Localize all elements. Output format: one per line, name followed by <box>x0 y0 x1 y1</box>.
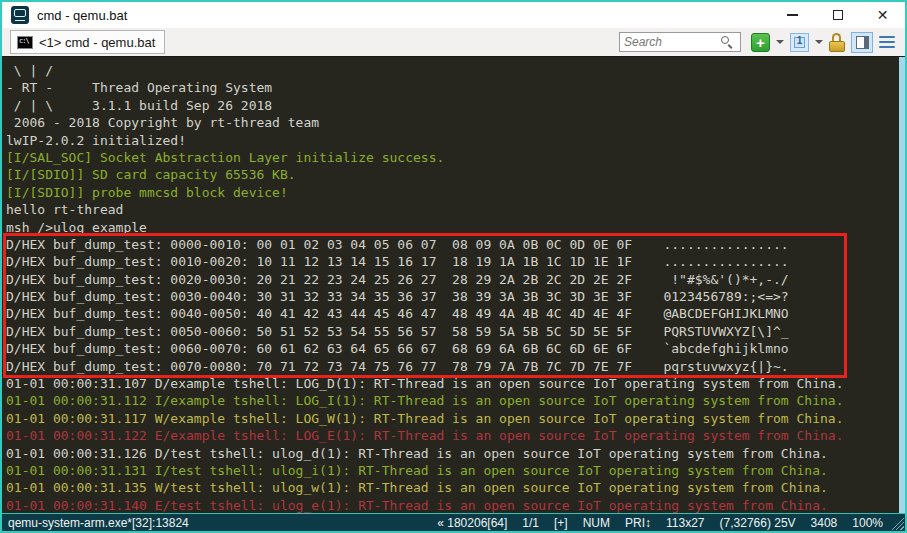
search-box <box>619 32 741 52</box>
statusbar-value: 3408 <box>811 516 838 530</box>
console-line: lwIP-2.0.2 initialized! <box>6 132 905 149</box>
console-line: [I/[SDIO]] probe mmcsd block device! <box>6 184 905 201</box>
console-line: 01-01 00:00:31.107 D/example tshell: LOG… <box>6 375 905 392</box>
statusbar-transparency: 100% <box>852 516 883 530</box>
sidebar-toggle-button[interactable] <box>851 32 873 53</box>
statusbar: qemu-system-arm.exe*[32]:13824 « 180206[… <box>2 513 905 531</box>
console-line: 01-01 00:00:31.126 D/test tshell: ulog_d… <box>6 445 905 462</box>
console-line-hexdump: D/HEX buf_dump_test: 0060-0070: 60 61 62… <box>6 340 905 357</box>
console-line: msh />ulog example <box>6 219 905 236</box>
console-line: - RT - Thread Operating System <box>6 79 905 96</box>
menu-button[interactable] <box>879 36 895 49</box>
window-switch-dropdown-icon[interactable] <box>815 40 823 44</box>
statusbar-buffer-pos: 1/1 <box>522 516 539 530</box>
sidebar-panel-icon <box>856 36 869 49</box>
tab-cmd-qemu[interactable]: c:\ <1> cmd - qemu.bat <box>10 30 165 54</box>
console-line: [I/[SDIO]] SD card capacity 65536 KB. <box>6 166 905 183</box>
statusbar-priority: PRI↕ <box>625 516 651 530</box>
cmd-icon-badge: c:\ <box>19 37 29 45</box>
statusbar-console-size: 113x27 <box>666 516 704 530</box>
console-line-hexdump: D/HEX buf_dump_test: 0020-0030: 20 21 22… <box>6 271 905 288</box>
console-line-hexdump: D/HEX buf_dump_test: 0010-0020: 10 11 12… <box>6 253 905 270</box>
console-line: hello rt-thread <box>6 201 905 218</box>
console-line: 2006 - 2018 Copyright by rt-thread team <box>6 114 905 131</box>
new-console-button[interactable]: + <box>751 33 770 52</box>
console-line: [I/SAL_SOC] Socket Abstraction Layer ini… <box>6 149 905 166</box>
console-scrollbar[interactable] <box>899 57 905 513</box>
console-line-hexdump: D/HEX buf_dump_test: 0040-0050: 40 41 42… <box>6 305 905 322</box>
search-icon <box>720 35 734 49</box>
console-line: 01-01 00:00:31.112 I/example tshell: LOG… <box>6 392 905 409</box>
console-line: 01-01 00:00:31.140 E/test tshell: ulog_e… <box>6 497 905 513</box>
tab-label: <1> cmd - qemu.bat <box>39 35 155 50</box>
console-line: / | \ 3.1.1 build Sep 26 2018 <box>6 97 905 114</box>
console-line: 01-01 00:00:31.131 I/test tshell: ulog_i… <box>6 462 905 479</box>
conemu-app-icon <box>11 6 29 24</box>
minimize-icon <box>787 14 798 16</box>
console-line-hexdump: D/HEX buf_dump_test: 0050-0060: 50 51 52… <box>6 323 905 340</box>
console-line: \ | / <box>6 62 905 79</box>
conemu-window: cmd - qemu.bat ✕ c:\ <1> cmd - qemu.bat … <box>0 0 907 533</box>
statusbar-process-info: qemu-system-arm.exe*[32]:13824 <box>8 516 189 530</box>
statusbar-right: « 180206[64] 1/1 [+] NUM PRI↕ 113x27 (7,… <box>437 516 883 530</box>
console-line-hexdump: D/HEX buf_dump_test: 0030-0040: 30 31 32… <box>6 288 905 305</box>
cmd-icon: c:\ <box>17 36 33 49</box>
statusbar-cursor-info: (7,32766) 25V <box>720 516 796 530</box>
lock-icon[interactable] <box>829 33 845 52</box>
console-line: 01-01 00:00:31.135 W/test tshell: ulog_w… <box>6 479 905 496</box>
minimize-button[interactable] <box>770 2 815 28</box>
titlebar: cmd - qemu.bat ✕ <box>2 2 905 28</box>
maximize-icon <box>833 10 843 20</box>
conemu-icon-bar <box>15 20 25 22</box>
maximize-button[interactable] <box>815 2 860 28</box>
console-line-hexdump: D/HEX buf_dump_test: 0000-0010: 00 01 02… <box>6 236 905 253</box>
console-line: 01-01 00:00:31.122 E/example tshell: LOG… <box>6 427 905 444</box>
statusbar-console-info: « 180206[64] <box>437 516 507 530</box>
window-controls: ✕ <box>770 2 905 28</box>
conemu-icon-screen <box>14 9 26 17</box>
statusbar-numlock: NUM <box>583 516 610 530</box>
close-icon: ✕ <box>877 8 889 22</box>
resize-grip[interactable] <box>890 516 904 530</box>
search-input[interactable] <box>624 35 720 49</box>
console-line-hexdump: D/HEX buf_dump_test: 0070-0080: 70 71 72… <box>6 358 905 375</box>
close-button[interactable]: ✕ <box>860 2 905 28</box>
window-switch-button[interactable]: 1 <box>790 33 809 52</box>
tab-toolbar-row: c:\ <1> cmd - qemu.bat + 1 <box>2 28 905 57</box>
console-line: 01-01 00:00:31.117 W/example tshell: LOG… <box>6 410 905 427</box>
statusbar-zoom-indicator: [+] <box>554 516 568 530</box>
window-title: cmd - qemu.bat <box>37 8 127 23</box>
console-output[interactable]: \ | / - RT - Thread Operating System / |… <box>2 57 905 513</box>
window-number-label: 1 <box>791 35 808 46</box>
new-console-dropdown-icon[interactable] <box>776 40 784 44</box>
toolbar: + 1 <box>619 32 895 53</box>
